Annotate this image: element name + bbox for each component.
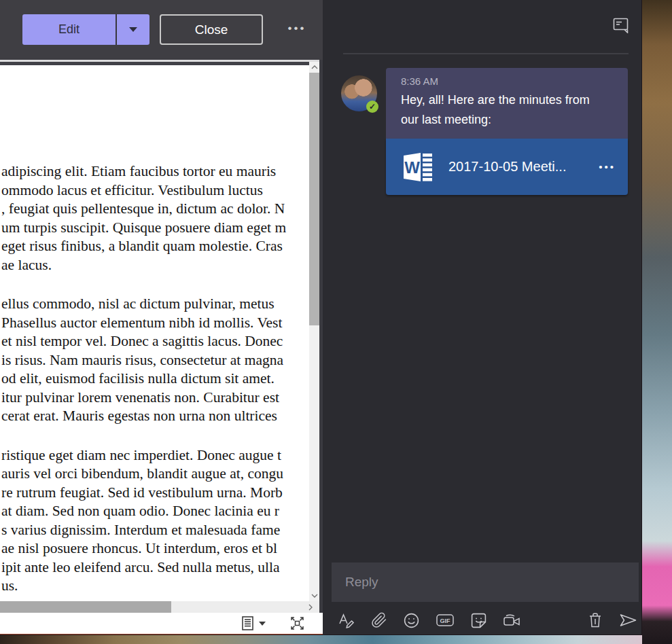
gif-button[interactable]: GIF: [436, 612, 455, 628]
horizontal-scrollbar-thumb[interactable]: [0, 601, 171, 613]
vertical-scrollbar[interactable]: [309, 62, 319, 601]
scroll-up-button[interactable]: [309, 62, 319, 73]
close-button[interactable]: Close: [160, 14, 263, 45]
conversation-divider: [343, 53, 629, 54]
attach-button[interactable]: [371, 612, 387, 628]
page-thumbnail-icon: [242, 616, 253, 630]
screen: Edit Close ••• adipiscing elit. Etiam fa…: [0, 0, 672, 644]
viewer-statusbar: [0, 613, 323, 634]
document-line: , feugiat quis pellentesque in, dictum a…: [1, 200, 309, 219]
document-line: ipit ante leo eleifend arcu. Sed nulla m…: [1, 558, 309, 577]
document-line: cerat erat. Mauris egestas non urna non …: [1, 407, 309, 426]
reply-input[interactable]: [332, 562, 639, 602]
edit-split-button: Edit: [22, 14, 149, 45]
conversation-toggle-button[interactable]: [613, 18, 630, 33]
chat-bubble-icon: [613, 18, 630, 33]
file-more-options-button[interactable]: •••: [593, 161, 616, 173]
page-view-button[interactable]: [242, 616, 266, 630]
gif-label: GIF: [440, 618, 451, 624]
compose-toolbar-left: GIF: [332, 612, 523, 629]
document-line: us.: [1, 577, 309, 596]
document-line: at diam. Sed non quam odio. Donec lacini…: [1, 502, 309, 521]
word-file-icon: W: [402, 152, 434, 182]
svg-text:W: W: [404, 158, 420, 177]
file-name: 2017-10-05 Meeti...: [448, 159, 593, 175]
sticker-icon: [470, 612, 487, 629]
message-bubble: 8:36 AM Hey, all! Here are the minutes f…: [386, 68, 628, 139]
file-attachment-card[interactable]: W 2017-10-05 Meeti... •••: [386, 139, 628, 195]
meet-now-button[interactable]: [503, 612, 523, 628]
document-line: um turpis suscipit. Quisque posuere diam…: [1, 219, 309, 238]
document-line: itur pulvinar lorem venenatis non. Curab…: [1, 389, 309, 408]
compose-toolbar-right: [588, 612, 639, 628]
emoji-icon: [403, 612, 420, 629]
delete-button[interactable]: [588, 612, 603, 628]
format-icon: [338, 612, 355, 628]
desktop-wallpaper-bottom: [0, 635, 642, 644]
document-line: ae nisl posuere rhoncus. Ut interdum, er…: [1, 539, 309, 558]
chevron-down-icon: [259, 622, 266, 626]
document-line: re rutrum feugiat. Sed id vestibulum urn…: [1, 484, 309, 503]
desktop-wallpaper-right: [642, 0, 672, 644]
emoji-button[interactable]: [403, 612, 420, 629]
more-options-button[interactable]: •••: [281, 16, 313, 41]
document-line: auris vel orci bibendum, blandit augue a…: [1, 465, 309, 484]
document-line: et nisl tempor vel. Donec a sagittis lac…: [1, 332, 309, 351]
document-line: ae lacus.: [1, 256, 309, 275]
edit-button[interactable]: Edit: [22, 14, 116, 45]
expand-icon: [290, 616, 304, 630]
message-text: Hey, all! Here are the minutes from our …: [401, 90, 605, 130]
document-line: s varius dignissim. Interdum et malesuad…: [1, 521, 309, 540]
avatar[interactable]: ✓: [341, 75, 377, 111]
trash-icon: [588, 612, 603, 628]
compose-toolbar: GIF: [332, 607, 639, 633]
document-line: ommodo lacus et efficitur. Vestibulum lu…: [1, 181, 309, 200]
document-line: ristique eget diam nec imperdiet. Donec …: [1, 446, 309, 465]
scroll-right-button[interactable]: [305, 601, 316, 613]
document-line: adipiscing elit. Etiam faucibus tortor e…: [1, 162, 309, 181]
document-paragraph: adipiscing elit. Etiam faucibus tortor e…: [1, 162, 309, 274]
edit-dropdown-button[interactable]: [117, 14, 149, 45]
sticker-button[interactable]: [470, 612, 487, 629]
document-line: eget risus finibus, a blandit quam moles…: [1, 237, 309, 256]
chevron-down-icon: [129, 27, 137, 32]
video-camera-icon: [503, 612, 523, 628]
document-viewer-pane: Edit Close ••• adipiscing elit. Etiam fa…: [0, 0, 323, 634]
document-line: is risus. Nam mauris risus, consectetur …: [1, 351, 309, 370]
document-line: ellus commodo, nisl ac dictum pulvinar, …: [1, 295, 309, 314]
document-paragraph: ellus commodo, nisl ac dictum pulvinar, …: [1, 295, 309, 426]
fit-to-window-button[interactable]: [290, 616, 304, 630]
document-line: od elit, euismod facilisis nulla dictum …: [1, 370, 309, 389]
horizontal-scrollbar[interactable]: [0, 601, 319, 613]
header-divider: [0, 60, 323, 62]
document-paragraph: ristique eget diam nec imperdiet. Donec …: [1, 446, 309, 596]
message-timestamp: 8:36 AM: [401, 75, 616, 87]
document-canvas: adipiscing elit. Etiam faucibus tortor e…: [0, 65, 309, 601]
document-text: adipiscing elit. Etiam faucibus tortor e…: [0, 65, 309, 596]
viewer-header: Edit Close •••: [0, 0, 323, 60]
send-button[interactable]: [619, 612, 637, 628]
format-button[interactable]: [338, 612, 355, 628]
send-icon: [619, 612, 637, 628]
vertical-scrollbar-thumb[interactable]: [309, 73, 319, 325]
document-line: Phasellus auctor elementum nibh id molli…: [1, 314, 309, 333]
gif-icon: GIF: [436, 612, 455, 628]
teams-window: Edit Close ••• adipiscing elit. Etiam fa…: [0, 0, 641, 634]
conversation-pane: ✓ 8:36 AM Hey, all! Here are the minutes…: [323, 0, 641, 634]
paperclip-icon: [371, 612, 387, 628]
scroll-down-button[interactable]: [309, 590, 319, 601]
presence-available-icon: ✓: [366, 101, 378, 113]
